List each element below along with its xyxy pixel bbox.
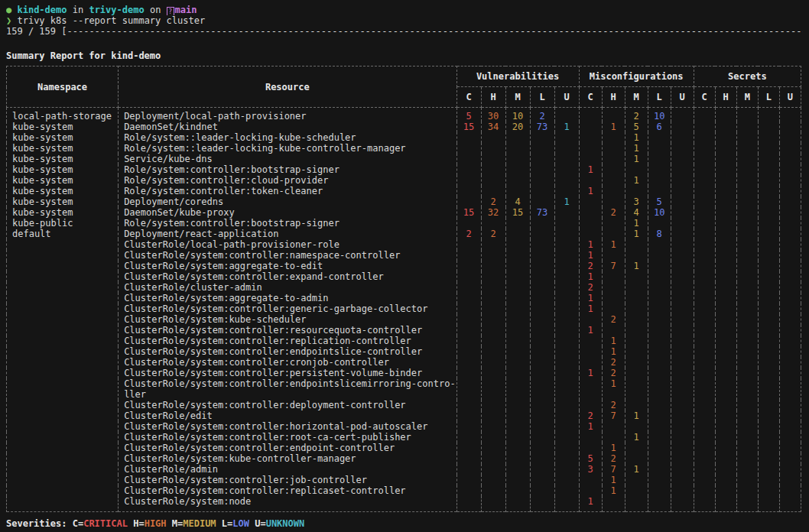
severity-count-cell xyxy=(648,132,671,143)
severity-count-cell xyxy=(481,239,505,250)
severity-count-cell xyxy=(694,143,715,154)
severity-count-cell xyxy=(625,346,648,357)
severity-count-cell xyxy=(554,368,579,378)
severity-count-cell xyxy=(694,475,715,485)
table-row: kube-systemRole/system:controller:token-… xyxy=(7,186,801,196)
terminal-window: ● kind-demo in trivy-demo on ?main ❯ tri… xyxy=(0,0,809,532)
severity-count-cell xyxy=(554,108,579,122)
severity-count-cell xyxy=(779,485,801,496)
severity-count-cell xyxy=(694,218,715,229)
severity-count-cell xyxy=(530,196,554,207)
severity-count-cell: 10 xyxy=(505,108,530,122)
severity-count-cell: 1 xyxy=(602,122,625,132)
severity-count-cell xyxy=(779,346,801,357)
resource-cell: ClusterRole/admin xyxy=(119,464,456,475)
severity-count-cell xyxy=(481,443,505,453)
severity-count-cell xyxy=(671,368,694,378)
summary-report-table: Namespace Resource Vulnerabilities Misco… xyxy=(6,66,801,512)
severity-count-cell xyxy=(579,218,602,229)
severity-count-cell xyxy=(758,122,779,132)
severity-count-cell xyxy=(736,336,758,346)
severity-count-cell xyxy=(694,196,715,207)
severity-count-cell xyxy=(530,496,554,512)
severity-count-cell xyxy=(579,400,602,410)
severity-count-cell xyxy=(505,325,530,336)
table-row: ClusterRole/system:controller:job-contro… xyxy=(7,475,801,485)
severity-count-cell xyxy=(505,164,530,175)
severity-count-cell xyxy=(456,271,481,282)
severity-count-cell xyxy=(481,410,505,421)
severity-count-cell: 7 xyxy=(602,261,625,271)
severity-count-cell xyxy=(456,261,481,271)
table-row: ClusterRole/system:controller:cronjob-co… xyxy=(7,357,801,368)
severity-count-cell xyxy=(671,108,694,122)
severity-count-cell xyxy=(602,186,625,196)
severity-count-cell xyxy=(554,154,579,164)
namespace-cell: kube-system xyxy=(7,143,119,154)
resource-cell: ClusterRole/system:controller:resourcequ… xyxy=(119,325,456,336)
severity-count-cell: 1 xyxy=(602,378,625,400)
table-row: kube-systemRole/system:controller:bootst… xyxy=(7,164,801,175)
severity-count-cell xyxy=(648,496,671,512)
severity-count-cell xyxy=(671,464,694,475)
severity-count-cell: 1 xyxy=(579,496,602,512)
severity-count-cell: 2 xyxy=(602,453,625,464)
severity-count-cell xyxy=(779,432,801,443)
severity-count-cell xyxy=(530,143,554,154)
severity-count-cell: 1 xyxy=(579,303,602,314)
severity-count-cell xyxy=(671,132,694,143)
severity-count-cell: 1 xyxy=(579,250,602,261)
namespace-cell xyxy=(7,368,119,378)
severity-count-cell xyxy=(602,132,625,143)
severity-count-cell xyxy=(671,196,694,207)
severity-count-cell xyxy=(694,122,715,132)
severity-count-cell xyxy=(715,357,736,368)
severity-count-cell xyxy=(779,303,801,314)
severity-count-cell xyxy=(736,410,758,421)
severity-count-cell xyxy=(530,154,554,164)
namespace-cell: kube-system xyxy=(7,175,119,186)
severity-column-header: C xyxy=(694,87,715,108)
severity-count-cell xyxy=(758,196,779,207)
severity-count-cell xyxy=(625,325,648,336)
severity-count-cell xyxy=(694,357,715,368)
severity-count-cell xyxy=(554,485,579,496)
severity-count-cell xyxy=(779,443,801,453)
severity-count-cell xyxy=(715,143,736,154)
git-branch: ?main xyxy=(167,5,197,15)
prompt-char: ❯ xyxy=(6,15,11,26)
severity-count-cell xyxy=(554,443,579,453)
severity-count-cell xyxy=(456,164,481,175)
resource-cell: ClusterRole/system:controller:generic-ga… xyxy=(119,303,456,314)
severity-count-cell: 15 xyxy=(505,207,530,218)
severity-count-cell xyxy=(758,239,779,250)
namespace-cell xyxy=(7,293,119,303)
severity-count-cell xyxy=(530,218,554,229)
severity-count-cell xyxy=(579,475,602,485)
severity-count-cell: 1 xyxy=(602,336,625,346)
severity-count-cell: 1 xyxy=(602,485,625,496)
severity-count-cell xyxy=(456,485,481,496)
severity-count-cell xyxy=(481,186,505,196)
severity-count-cell xyxy=(715,475,736,485)
severity-count-cell: 1 xyxy=(579,186,602,196)
severity-count-cell xyxy=(554,229,579,239)
severity-count-cell xyxy=(505,485,530,496)
resource-cell: ClusterRole/system:kube-controller-manag… xyxy=(119,453,456,464)
severity-count-cell xyxy=(736,378,758,400)
severity-count-cell xyxy=(456,378,481,400)
severity-count-cell xyxy=(505,293,530,303)
severity-count-cell xyxy=(505,443,530,453)
severity-count-cell xyxy=(779,207,801,218)
severity-count-cell xyxy=(758,108,779,122)
severity-count-cell xyxy=(758,261,779,271)
severity-column-header: U xyxy=(779,87,801,108)
severity-count-cell xyxy=(758,293,779,303)
resource-cell: Deployment/local-path-provisioner xyxy=(119,108,456,122)
severity-count-cell xyxy=(694,346,715,357)
severity-count-cell xyxy=(715,400,736,410)
table-row: ClusterRole/system:controller:endpointsl… xyxy=(7,346,801,357)
namespace-cell: kube-system xyxy=(7,154,119,164)
severity-count-cell xyxy=(779,122,801,132)
severity-count-cell xyxy=(554,207,579,218)
